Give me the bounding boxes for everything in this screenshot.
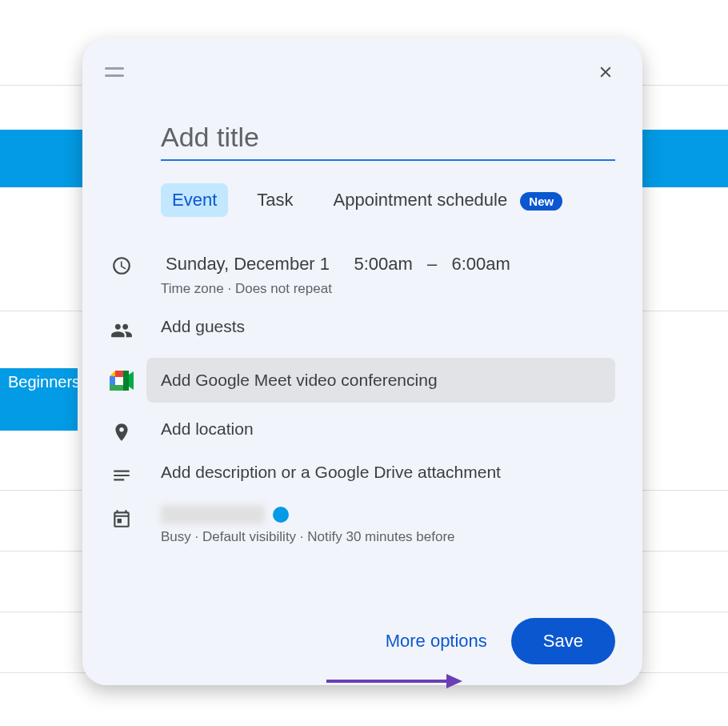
drag-handle-icon[interactable]: [105, 67, 124, 77]
event-create-modal: Event Task Appointment schedule New Sund…: [82, 38, 642, 685]
date-field[interactable]: Sunday, December 1: [161, 252, 334, 276]
svg-rect-0: [115, 371, 123, 377]
close-button[interactable]: [591, 58, 620, 86]
svg-rect-2: [110, 385, 123, 391]
guests-row: Add guests: [82, 307, 615, 351]
tab-appointment-schedule[interactable]: Appointment schedule New: [322, 183, 566, 217]
event-type-tabs: Event Task Appointment schedule New: [82, 161, 642, 217]
calendar-name-redacted: [161, 505, 265, 524]
calendar-icon: [111, 508, 132, 529]
description-row: Add description or a Google Drive attach…: [82, 452, 615, 495]
datetime-row: Sunday, December 1 5:00am – 6:00am Time …: [82, 243, 615, 307]
meet-row: Add Google Meet video conferencing: [82, 351, 615, 409]
calendar-settings-row: Busy · Default visibility · Notify 30 mi…: [82, 495, 615, 555]
location-row: Add location: [82, 409, 615, 452]
svg-rect-1: [110, 376, 115, 385]
notes-icon: [111, 465, 132, 486]
add-guests-button[interactable]: Add guests: [161, 317, 245, 335]
close-icon: [597, 63, 614, 81]
timezone-repeat-label[interactable]: Time zone · Does not repeat: [161, 281, 615, 297]
svg-rect-3: [123, 371, 129, 391]
tab-label: Appointment schedule: [334, 190, 508, 210]
title-input[interactable]: [161, 118, 615, 161]
google-meet-icon: [110, 371, 134, 391]
tab-event[interactable]: Event: [161, 183, 228, 217]
svg-rect-4: [115, 377, 123, 385]
end-time-field[interactable]: 6:00am: [447, 252, 515, 276]
clock-icon: [111, 255, 132, 276]
start-time-field[interactable]: 5:00am: [349, 252, 417, 276]
calendar-settings-label[interactable]: Busy · Default visibility · Notify 30 mi…: [161, 529, 615, 545]
new-badge: New: [520, 192, 562, 211]
add-location-button[interactable]: Add location: [161, 419, 254, 438]
tab-task[interactable]: Task: [246, 183, 304, 217]
add-google-meet-button[interactable]: Add Google Meet video conferencing: [146, 358, 615, 403]
time-dash: –: [427, 254, 437, 274]
save-button[interactable]: Save: [511, 618, 615, 664]
add-description-button[interactable]: Add description or a Google Drive attach…: [161, 463, 501, 481]
more-options-button[interactable]: More options: [386, 631, 487, 652]
background-event-partial: Beginners T: [0, 368, 78, 431]
people-icon: [110, 319, 133, 342]
location-icon: [111, 422, 132, 443]
calendar-color-dot[interactable]: [273, 507, 289, 523]
